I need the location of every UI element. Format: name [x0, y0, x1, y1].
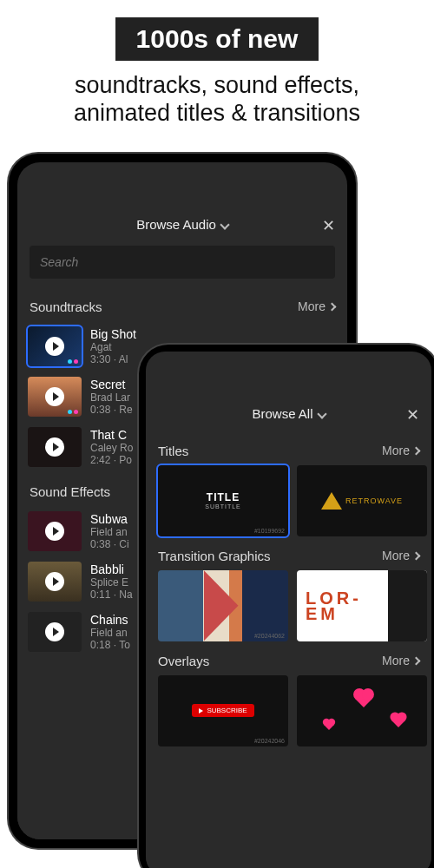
play-icon[interactable]: [45, 337, 64, 356]
section-soundtracks: Soundtracks More: [17, 287, 347, 321]
play-icon[interactable]: [45, 572, 64, 591]
triangle-icon: [321, 492, 342, 510]
section-overlays: Overlays More: [146, 641, 431, 675]
section-titles: Titles More: [146, 431, 431, 465]
track-thumb[interactable]: [28, 562, 82, 602]
chevron-right-icon: [328, 302, 337, 311]
more-titles[interactable]: More: [382, 444, 419, 457]
section-transitions: Transition Graphics More: [146, 536, 431, 570]
track-thumb[interactable]: [28, 326, 82, 366]
phone-screen: Browse All ✕ Titles More TITLE SUBTITLE …: [146, 352, 431, 868]
heart-icon: [391, 713, 405, 727]
play-icon[interactable]: [45, 387, 64, 406]
subscribe-pill: SUBSCRIBE: [192, 704, 253, 717]
play-icon[interactable]: [45, 522, 64, 541]
chevron-right-icon: [412, 551, 421, 560]
title-card-retro[interactable]: RETROWAVE: [297, 465, 427, 536]
close-icon[interactable]: ✕: [406, 405, 419, 424]
chevron-down-icon: [317, 409, 326, 418]
more-overlays[interactable]: More: [382, 654, 419, 667]
track-thumb[interactable]: [28, 612, 82, 652]
search-input[interactable]: Search: [30, 246, 335, 279]
transition-card-lorem[interactable]: LOR- EM: [297, 570, 427, 641]
overlay-card-hearts[interactable]: [297, 675, 427, 746]
phone-stage: Browse Audio ✕ Search Soundtracks More: [0, 136, 434, 848]
play-icon[interactable]: [45, 437, 64, 457]
more-transitions[interactable]: More: [382, 549, 419, 562]
chevron-down-icon: [220, 220, 229, 229]
track-thumb[interactable]: [28, 427, 82, 467]
phone-graphics: Browse All ✕ Titles More TITLE SUBTITLE …: [139, 345, 434, 868]
heart-icon: [355, 690, 372, 707]
track-thumb[interactable]: [28, 377, 82, 417]
title-card[interactable]: TITLE SUBTITLE #10199692: [158, 465, 288, 536]
close-icon[interactable]: ✕: [322, 216, 335, 235]
hero-banner: 1000s of new: [115, 17, 319, 61]
transition-card[interactable]: #20244062: [158, 570, 288, 641]
hero: 1000s of new soundtracks, sound effects,…: [0, 0, 434, 136]
more-soundtracks[interactable]: More: [298, 299, 335, 313]
track-thumb[interactable]: [28, 511, 82, 551]
browse-audio-header[interactable]: Browse Audio ✕: [17, 207, 347, 242]
heart-icon: [324, 720, 334, 730]
hero-subtitle: soundtracks, sound effects, animated tit…: [9, 71, 425, 128]
play-icon[interactable]: [45, 622, 64, 641]
chevron-right-icon: [412, 446, 421, 455]
browse-all-header[interactable]: Browse All ✕: [146, 397, 431, 431]
overlay-card-subscribe[interactable]: SUBSCRIBE #20242046: [158, 675, 288, 746]
chevron-right-icon: [412, 656, 421, 665]
